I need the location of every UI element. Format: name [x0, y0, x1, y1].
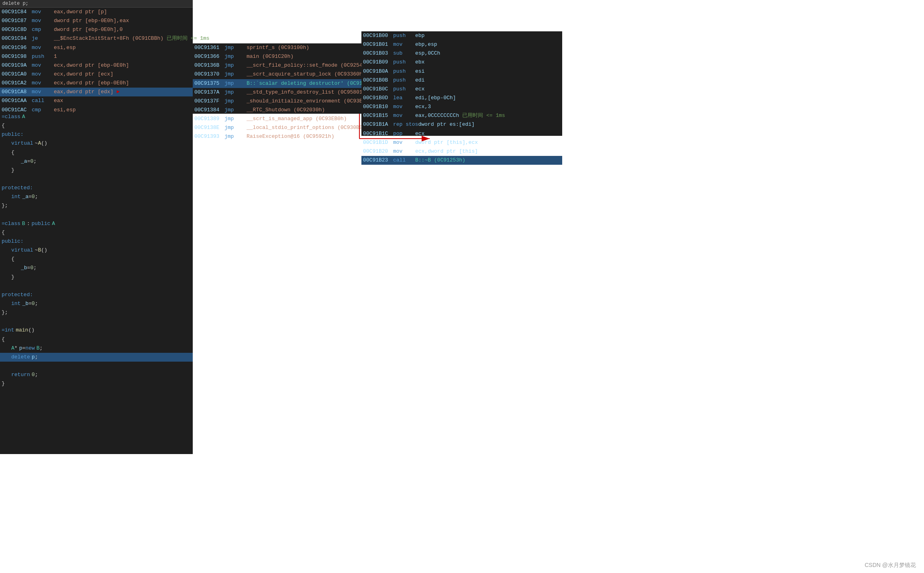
- right-line-8: 00C91B0D lea edi,[ebp-0Ch]: [361, 94, 562, 102]
- src-line-20: };: [0, 308, 193, 317]
- mid-line-1: 00C91361 jmp sprintf_s (0C93100h): [193, 43, 381, 52]
- src-line-22: {: [0, 335, 193, 344]
- code-line-11: 00C91CAA call eax: [0, 96, 193, 105]
- mid-line-11: 00C91393 jmp RaiseException@16 (0C95921h…: [193, 132, 381, 141]
- code-line-4: 00C91C94 je __$EncStackInitStart+8Fh (0C…: [0, 34, 193, 43]
- src-line-18: protected:: [0, 291, 193, 299]
- code-line-1: 00C91C84 mov eax,dword ptr [p]: [0, 8, 193, 16]
- src-line-5: {: [0, 148, 193, 157]
- mid-line-5: 00C91375 jmp B::`scalar deleting destruc…: [193, 79, 381, 88]
- src-line-7: }: [0, 166, 193, 175]
- src-line-3: public:: [0, 130, 193, 139]
- src-line-17: }: [0, 273, 193, 282]
- mid-line-9: 00C91389 jmp __scrt_is_managed_app (0C93…: [193, 115, 381, 123]
- src-line-23: A * p = new B ;: [0, 344, 193, 353]
- src-line-empty1: [0, 175, 193, 184]
- topleft-title: delete p;: [2, 1, 29, 6]
- code-line-2: 00C91C87 mov dword ptr [ebp-0E0h],eax: [0, 16, 193, 25]
- src-line-empty2: [0, 211, 193, 219]
- code-line-3: 00C91C8D cmp dword ptr [ebp-0E0h],0: [0, 25, 193, 34]
- src-line-9: int _a = 0 ;: [0, 192, 193, 201]
- src-line-4: virtual ~ A (): [0, 139, 193, 148]
- right-line-1: 00C91B00 push ebp: [361, 31, 562, 40]
- code-line-5: 00C91C96 mov esi,esp: [0, 43, 193, 52]
- right-line-5: 00C91B0A push esi: [361, 67, 562, 76]
- src-line-empty5: [0, 362, 193, 370]
- right-line-4: 00C91B09 push ebx: [361, 58, 562, 67]
- src-line-15: {: [0, 255, 193, 264]
- src-line-21: =int main (): [0, 326, 193, 335]
- mid-line-8: 00C91384 jmp __RTC_Shutdown (0C92030h): [193, 106, 381, 115]
- code-line-7: 00C91C9A mov ecx,dword ptr [ebp-0E0h]: [0, 61, 193, 70]
- src-line-2: {: [0, 121, 193, 130]
- src-line-12: {: [0, 228, 193, 237]
- code-line-10: 00C91CA8 mov eax,dword ptr [edx] ►: [0, 88, 193, 96]
- src-line-empty4: [0, 317, 193, 326]
- right-line-3: 00C91B03 sub esp,0CCh: [361, 49, 562, 58]
- mid-line-3: 00C9136B jmp __scrt_file_policy::set_fmo…: [193, 61, 381, 70]
- mid-line-7: 00C9137F jmp _should_initialize_environm…: [193, 97, 381, 106]
- topleft-header: delete p;: [0, 0, 193, 8]
- mid-line-10: 00C9138E jmp __local_stdio_printf_option…: [193, 123, 381, 132]
- src-line-24: return 0 ;: [0, 370, 193, 379]
- right-line-6: 00C91B0B push edi: [361, 76, 562, 85]
- src-line-empty3: [0, 282, 193, 291]
- right-line-10: 00C91B15 mov eax,0CCCCCCCCh 已用时间 <= 1ms: [361, 111, 562, 120]
- src-line-25: }: [0, 379, 193, 388]
- watermark: CSDN @水月梦镜花: [865, 562, 916, 569]
- right-line-15: 00C91B23 call B::~B (0C91253h): [361, 156, 562, 165]
- right-line-11: 00C91B1A rep stos dword ptr es:[edi]: [361, 120, 562, 129]
- src-line-11: =class B : public A: [0, 219, 193, 228]
- src-line-14: virtual ~ B (): [0, 246, 193, 255]
- src-line-6: _a = 0 ;: [0, 157, 193, 166]
- right-line-7: 00C91B0C push ecx: [361, 85, 562, 94]
- source-code-panel: =class A { public: virtual ~ A () { _a =…: [0, 113, 193, 454]
- code-line-6: 00C91C98 push 1: [0, 52, 193, 61]
- src-line-delete: delete p ;: [0, 353, 193, 362]
- right-line-12: 00C91B1C pop ecx: [361, 129, 562, 138]
- mid-line-4: 00C91370 jmp __scrt_acquire_startup_lock…: [193, 70, 381, 79]
- src-line-10: };: [0, 201, 193, 210]
- middle-disassembly-panel: 00C91361 jmp sprintf_s (0C93100h) 00C913…: [193, 43, 381, 114]
- src-line-8: protected:: [0, 184, 193, 192]
- mid-line-2: 00C91366 jmp main (0C91C20h): [193, 52, 381, 61]
- right-disassembly-panel: 00C91B00 push ebp 00C91B01 mov ebp,esp 0…: [361, 31, 562, 136]
- code-line-8: 00C91CA0 mov ecx,dword ptr [ecx]: [0, 70, 193, 79]
- src-line-19: int _b = 0 ;: [0, 299, 193, 308]
- right-line-14: 00C91B20 mov ecx,dword ptr [this]: [361, 147, 562, 156]
- right-line-2: 00C91B01 mov ebp,esp: [361, 40, 562, 49]
- topleft-disassembly-panel: delete p; 00C91C84 mov eax,dword ptr [p]…: [0, 0, 193, 113]
- code-line-9: 00C91CA2 mov ecx,dword ptr [ebp-0E0h]: [0, 79, 193, 88]
- mid-line-6: 00C9137A jmp __std_type_info_destroy_lis…: [193, 88, 381, 97]
- src-line-16: _b = 0 ;: [0, 264, 193, 272]
- src-line-13: public:: [0, 237, 193, 246]
- right-line-13: 00C91B1D mov dword ptr [this],ecx: [361, 138, 562, 147]
- src-line-1: =class A: [0, 113, 193, 121]
- right-line-9: 00C91B10 mov ecx,3: [361, 102, 562, 111]
